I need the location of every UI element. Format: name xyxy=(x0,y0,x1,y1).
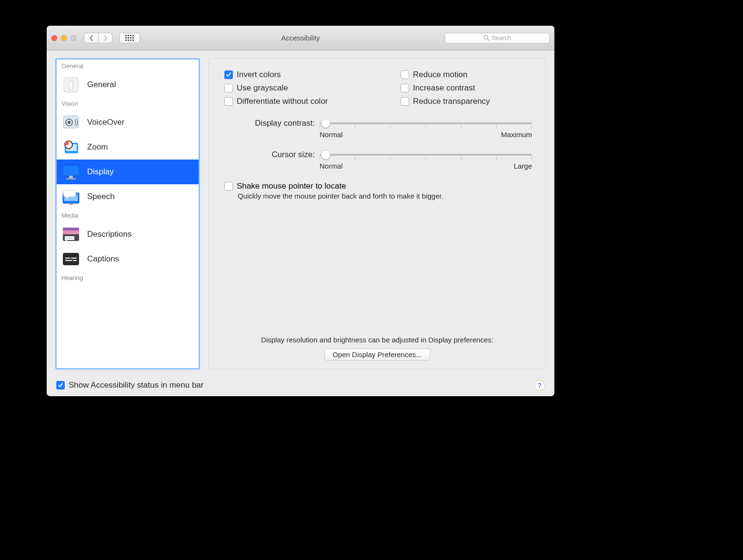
checkbox-icon xyxy=(224,97,233,106)
preferences-window: Accessibility Search General General Vis… xyxy=(47,26,554,396)
checkbox-increase-contrast[interactable]: Increase contrast xyxy=(401,83,532,93)
search-field[interactable]: Search xyxy=(445,33,550,43)
bottom-bar: Show Accessibility status in menu bar ? xyxy=(47,374,554,396)
checkbox-icon xyxy=(401,97,409,106)
svg-rect-12 xyxy=(69,176,73,178)
search-placeholder: Search xyxy=(492,34,511,41)
window-controls xyxy=(51,35,76,41)
svg-point-22 xyxy=(71,238,73,239)
grid-icon xyxy=(125,35,134,41)
checkbox-reduce-transparency[interactable]: Reduce transparency xyxy=(401,97,532,106)
sidebar-item-captions[interactable]: Captions xyxy=(57,247,199,271)
slider-max-label: Maximum xyxy=(501,130,532,139)
speech-icon xyxy=(61,187,80,206)
slider-knob[interactable] xyxy=(321,119,331,128)
sidebar: General General Vision VoiceOver Zoom xyxy=(55,58,200,370)
svg-point-21 xyxy=(69,238,70,239)
svg-rect-26 xyxy=(65,260,72,261)
sidebar-item-voiceover[interactable]: VoiceOver xyxy=(57,110,199,135)
sidebar-section-vision: Vision xyxy=(57,97,199,110)
sidebar-item-label: Zoom xyxy=(87,142,108,152)
svg-rect-23 xyxy=(63,253,79,265)
nav-back-button[interactable] xyxy=(84,33,98,43)
svg-point-7 xyxy=(68,121,70,124)
shake-pointer-group: Shake mouse pointer to locate Quickly mo… xyxy=(224,181,532,200)
help-button[interactable]: ? xyxy=(534,380,545,390)
svg-rect-25 xyxy=(71,258,77,259)
checkbox-diff-without-color[interactable]: Differentiate without color xyxy=(224,97,401,106)
checkbox-use-grayscale[interactable]: Use grayscale xyxy=(224,83,401,93)
sidebar-item-display[interactable]: Display xyxy=(57,160,199,184)
slider-max-label: Large xyxy=(514,162,532,170)
sidebar-item-speech[interactable]: Speech xyxy=(57,184,199,209)
body: General General Vision VoiceOver Zoom xyxy=(47,50,554,374)
slider-label: Cursor size: xyxy=(224,150,315,160)
checkbox-label: Invert colors xyxy=(237,70,281,80)
content-pane: Invert colors Reduce motion Use grayscal… xyxy=(209,58,546,370)
checkbox-label: Reduce transparency xyxy=(413,97,490,106)
sidebar-section-general: General xyxy=(57,60,199,72)
display-icon xyxy=(61,162,80,181)
open-display-preferences-button[interactable]: Open Display Preferences... xyxy=(324,349,430,360)
svg-point-20 xyxy=(67,238,68,239)
minimize-window-button[interactable] xyxy=(61,35,67,41)
checkbox-label: Use grayscale xyxy=(237,83,288,93)
checkbox-show-status-in-menubar[interactable]: Show Accessibility status in menu bar xyxy=(56,380,203,390)
slider-cursor-size: Cursor size: Normal Large xyxy=(224,150,532,170)
sidebar-item-zoom[interactable]: Zoom xyxy=(57,135,199,160)
chevron-right-icon xyxy=(103,35,108,41)
checkbox-label: Show Accessibility status in menu bar xyxy=(69,380,203,390)
nav-group xyxy=(84,33,112,43)
checkbox-shake-pointer[interactable]: Shake mouse pointer to locate xyxy=(224,181,532,191)
checkbox-icon xyxy=(224,182,233,190)
checkbox-label: Shake mouse pointer to locate xyxy=(237,181,346,191)
checkbox-reduce-motion[interactable]: Reduce motion xyxy=(401,70,532,80)
shake-hint: Quickly move the mouse pointer back and … xyxy=(238,192,532,200)
checkbox-icon xyxy=(56,381,65,390)
svg-rect-16 xyxy=(69,203,73,205)
checkbox-grid: Invert colors Reduce motion Use grayscal… xyxy=(224,70,532,106)
sidebar-section-media: Media xyxy=(57,209,199,222)
checkbox-label: Differentiate without color xyxy=(237,97,328,106)
slider-min-label: Normal xyxy=(320,162,342,170)
sidebar-section-hearing: Hearing xyxy=(57,271,199,284)
checkbox-icon xyxy=(401,84,409,92)
slider-track-cursor[interactable]: Normal Large xyxy=(320,150,532,170)
svg-rect-24 xyxy=(65,258,70,259)
checkbox-invert-colors[interactable]: Invert colors xyxy=(224,70,401,80)
zoom-icon xyxy=(61,138,80,157)
slider-label: Display contrast: xyxy=(224,119,315,128)
checkbox-icon xyxy=(224,70,233,79)
checkbox-icon xyxy=(401,70,409,79)
show-all-button[interactable] xyxy=(119,33,140,43)
svg-rect-27 xyxy=(73,260,77,261)
svg-rect-19 xyxy=(63,230,79,234)
slider-knob[interactable] xyxy=(321,150,331,160)
question-icon: ? xyxy=(538,381,542,389)
slider-track-contrast[interactable]: Normal Maximum xyxy=(320,119,532,139)
general-icon xyxy=(61,75,80,94)
descriptions-icon xyxy=(61,225,80,244)
footer-area: Display resolution and brightness can be… xyxy=(209,336,545,360)
voiceover-icon xyxy=(61,113,80,132)
checkbox-label: Reduce motion xyxy=(413,70,467,80)
sidebar-item-label: Descriptions xyxy=(87,230,132,239)
search-icon xyxy=(483,35,490,41)
checkbox-icon xyxy=(224,84,233,92)
sidebar-item-label: Speech xyxy=(87,192,115,201)
checkbox-label: Increase contrast xyxy=(413,83,475,93)
close-window-button[interactable] xyxy=(51,35,57,41)
zoom-window-button[interactable] xyxy=(70,35,76,41)
sidebar-item-general[interactable]: General xyxy=(57,72,199,97)
titlebar: Accessibility Search xyxy=(47,26,554,50)
slider-min-label: Normal xyxy=(320,130,342,139)
slider-display-contrast: Display contrast: Normal Maximum xyxy=(224,119,532,139)
sidebar-item-label: Display xyxy=(87,167,114,177)
sidebar-item-descriptions[interactable]: Descriptions xyxy=(57,222,199,247)
sidebar-item-label: Captions xyxy=(87,254,119,264)
svg-line-1 xyxy=(487,39,489,40)
nav-forward-button[interactable] xyxy=(98,33,112,43)
captions-icon xyxy=(61,250,80,269)
sidebar-item-label: General xyxy=(87,80,116,90)
svg-rect-13 xyxy=(66,178,76,180)
